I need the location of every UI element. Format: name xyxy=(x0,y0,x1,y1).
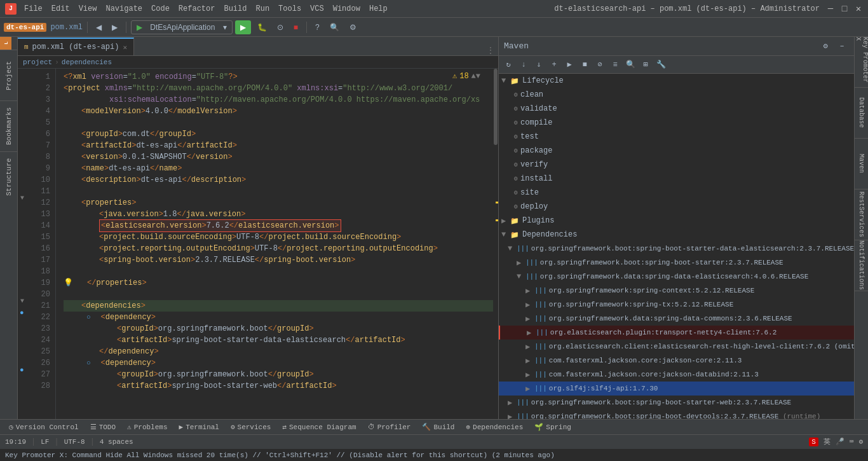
scroll-thumb[interactable] xyxy=(494,69,498,145)
right-tab-restservices[interactable]: RestServices xyxy=(855,189,868,240)
plugins-header[interactable]: ▶ 📁 Plugins xyxy=(499,214,854,228)
menu-build[interactable]: Build xyxy=(220,3,250,15)
bottom-profiler[interactable]: ⏱ Profiler xyxy=(363,422,416,432)
fold-icon-12[interactable]: ▼ xyxy=(18,195,31,206)
menu-navigate[interactable]: Navigate xyxy=(102,3,146,15)
dep-1[interactable]: ▶ ||| org.springframework.boot:spring-bo… xyxy=(499,256,854,270)
breadcrumb-dependencies[interactable]: dependencies xyxy=(62,58,112,66)
lifecycle-site[interactable]: ⚙ site xyxy=(499,186,854,200)
editor-tab-pom[interactable]: m pom.xml (dt-es-api) ✕ xyxy=(18,38,134,55)
maven-reload-button[interactable]: ↻ xyxy=(501,58,515,72)
main-layout: L Project Bookmarks Structure m pom.xml … xyxy=(0,37,868,419)
menu-code[interactable]: Code xyxy=(147,3,173,15)
menu-run[interactable]: Run xyxy=(252,3,273,15)
code-line-1: <?xml version="1.0" encoding="UTF-8"?> xyxy=(64,71,493,83)
lifecycle-test[interactable]: ⚙ test xyxy=(499,130,854,144)
right-tab-keypromoter[interactable]: Key Promoter X xyxy=(855,37,868,88)
right-tab-maven[interactable]: Maven xyxy=(855,139,868,189)
bottom-terminal[interactable]: ▶ Terminal xyxy=(174,422,224,432)
code-line-19: 💡</properties> xyxy=(64,277,493,289)
maven-skip-button[interactable]: ⊘ xyxy=(593,58,607,72)
bottom-problems[interactable]: ⚠ Problems xyxy=(122,422,172,432)
minimize-button[interactable]: ─ xyxy=(826,4,835,13)
build-icon: 🔨 xyxy=(422,423,431,431)
menu-vcs[interactable]: VCS xyxy=(306,3,328,15)
sidebar-tab-structure[interactable]: Structure xyxy=(0,151,18,202)
right-tab-database[interactable]: Database xyxy=(855,88,868,139)
code-line-6: <groupId>com.dt</groupId> xyxy=(64,128,493,140)
maven-stop-button[interactable]: ■ xyxy=(578,58,592,72)
menu-view[interactable]: View xyxy=(75,3,101,15)
maven-download-button[interactable]: ↓ xyxy=(517,58,531,72)
menu-window[interactable]: Window xyxy=(329,3,364,15)
back-button[interactable]: ◀ xyxy=(92,20,105,34)
coverage-button[interactable]: ⊙ xyxy=(273,20,287,34)
tab-icon: m xyxy=(24,43,29,51)
bottom-dependencies[interactable]: ⊕ Dependencies xyxy=(461,422,528,432)
menu-tools[interactable]: Tools xyxy=(275,3,305,15)
tab-options-button[interactable]: ⋮ xyxy=(483,46,498,55)
dep-11[interactable]: ▶ ||| org.springframework.boot:spring-bo… xyxy=(499,396,854,409)
dep-8[interactable]: ▶ ||| com.fasterxml.jackson.core:jackson… xyxy=(499,354,854,368)
dep-9[interactable]: ▶ ||| com.fasterxml.jackson.core:jackson… xyxy=(499,368,854,382)
close-button[interactable]: ✕ xyxy=(854,4,863,13)
dep-10[interactable]: ▶ ||| org.slf4j:slf4j-api:1.7.30 xyxy=(499,382,854,396)
maximize-button[interactable]: □ xyxy=(840,4,849,13)
maven-search-button[interactable]: 🔍 xyxy=(623,58,637,72)
run-config-selector[interactable]: ▶ DtEsApiApplication ▾ xyxy=(131,20,233,34)
search-everywhere-button[interactable]: 🔍 xyxy=(326,20,343,34)
menu-file[interactable]: File xyxy=(20,3,46,15)
maven-settings-button[interactable]: ⚙ xyxy=(818,39,832,53)
dep-4[interactable]: ▶ ||| org.springframework:spring-tx:5.2.… xyxy=(499,298,854,312)
lifecycle-deploy[interactable]: ⚙ deploy xyxy=(499,200,854,214)
lifecycle-validate[interactable]: ⚙ validate xyxy=(499,102,854,116)
lifecycle-package[interactable]: ⚙ package xyxy=(499,144,854,158)
editor-scrollbar[interactable] xyxy=(493,69,498,419)
run-button[interactable]: ▶ xyxy=(235,20,251,34)
dep-6[interactable]: ▶ ||| org.elasticsearch.plugin:transport… xyxy=(499,326,854,340)
bottom-services[interactable]: ⚙ Services xyxy=(226,422,276,432)
dep-3[interactable]: ▶ ||| org.springframework:spring-context… xyxy=(499,284,854,298)
dependencies-header[interactable]: ▼ 📁 Dependencies xyxy=(499,228,854,242)
maven-more-button[interactable]: 🔧 xyxy=(654,58,668,72)
breadcrumb-project[interactable]: project xyxy=(23,58,52,66)
dep-5[interactable]: ▶ ||| org.springframework.data:spring-da… xyxy=(499,312,854,326)
help-button[interactable]: ? xyxy=(311,20,323,34)
bottom-sequence-diagram[interactable]: ⇄ Sequence Diagram xyxy=(277,422,361,432)
maven-add-button[interactable]: + xyxy=(547,58,561,72)
dep-2[interactable]: ▼ ||| org.springframework.data:spring-da… xyxy=(499,270,854,284)
forward-button[interactable]: ▶ xyxy=(108,20,121,34)
menu-refactor[interactable]: Refactor xyxy=(175,3,219,15)
dep-7[interactable]: ▶ ||| org.elasticsearch.client:elasticse… xyxy=(499,340,854,354)
lifecycle-install[interactable]: ⚙ install xyxy=(499,172,854,186)
dep-12[interactable]: ▶ ||| org.springframework.boot:spring-bo… xyxy=(499,409,854,419)
lifecycle-compile[interactable]: ⚙ compile xyxy=(499,116,854,130)
maven-toggle-button[interactable]: ≡ xyxy=(608,58,622,72)
maven-panel-title: Maven xyxy=(504,41,529,51)
bottom-version-control[interactable]: ◷ Version Control xyxy=(4,422,84,432)
lifecycle-clean[interactable]: ⚙ clean xyxy=(499,88,854,102)
dep-0[interactable]: ▼ ||| org.springframework.boot:spring-bo… xyxy=(499,242,854,256)
menu-help[interactable]: Help xyxy=(365,3,391,15)
bottom-build[interactable]: 🔨 Build xyxy=(417,422,459,432)
debug-button[interactable]: 🐛 xyxy=(254,20,271,34)
maven-run-button[interactable]: ▶ xyxy=(562,58,576,72)
stop-button[interactable]: ■ xyxy=(290,20,302,34)
lifecycle-header[interactable]: ▼ 📁 Lifecycle xyxy=(499,74,854,88)
right-tab-notifications[interactable]: Notifications xyxy=(855,240,868,291)
menu-edit[interactable]: Edit xyxy=(48,3,74,15)
sidebar-tab-bookmarks[interactable]: Bookmarks xyxy=(0,100,18,151)
code-line-16: <project.reporting.outputEncoding>UTF-8<… xyxy=(64,243,493,254)
settings-button[interactable]: ⚙ xyxy=(346,20,360,34)
bottom-todo[interactable]: ☰ TODO xyxy=(85,422,121,432)
sidebar-tab-project[interactable]: Project xyxy=(0,50,18,100)
maven-minimize-button[interactable]: – xyxy=(835,39,849,53)
fold-icon-21[interactable]: ▼ xyxy=(18,298,31,309)
code-line-23: <groupId>org.springframework.boot</group… xyxy=(64,323,493,334)
lifecycle-verify[interactable]: ⚙ verify xyxy=(499,158,854,172)
code-editor[interactable]: ⚠ 18 ▲▼ <?xml version="1.0" encoding="UT… xyxy=(56,69,493,419)
maven-link-button[interactable]: ⊞ xyxy=(639,58,653,72)
tab-close-button[interactable]: ✕ xyxy=(123,43,127,52)
maven-download2-button[interactable]: ⇓ xyxy=(532,58,546,72)
bottom-spring[interactable]: 🌱 Spring xyxy=(529,422,576,432)
